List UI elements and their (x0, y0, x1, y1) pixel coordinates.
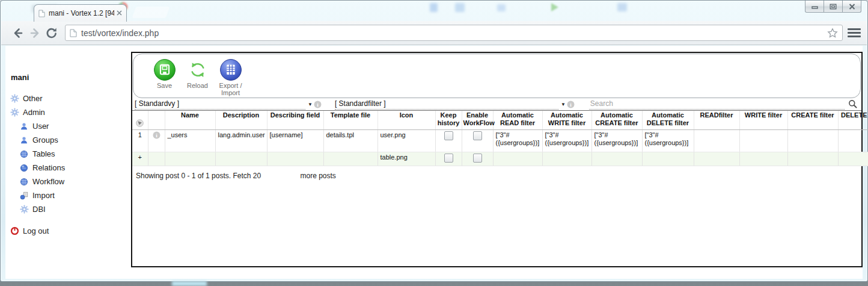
minimize-button[interactable] (805, 1, 824, 13)
column-header-delete-filter[interactable]: DELETE filter (838, 111, 868, 130)
forward-button[interactable] (26, 26, 43, 40)
cell-enable-workflow (462, 130, 493, 152)
cell-template-file[interactable] (323, 152, 377, 166)
maximize-button[interactable] (824, 1, 843, 13)
sidebar-item-logout[interactable]: Log out (10, 224, 127, 238)
sidebar: mani Other Admin User Groups (10, 73, 127, 238)
cog-icon (10, 108, 19, 117)
cell-icon[interactable]: user.png (377, 130, 435, 152)
export-import-button[interactable]: Export / Import (214, 58, 247, 98)
save-label: Save (157, 82, 172, 89)
cell-auto-write-filter[interactable] (542, 152, 591, 166)
column-header-auto-write[interactable]: Automatic WRITE filter (542, 111, 591, 130)
cell-name[interactable] (165, 152, 215, 166)
cell-write-filter[interactable] (739, 130, 787, 152)
row-number[interactable]: 1 (132, 130, 148, 152)
sidebar-item-user[interactable]: User (19, 119, 127, 133)
column-header-icon[interactable]: Icon (377, 111, 435, 130)
menu-icon[interactable] (848, 28, 861, 37)
keep-history-checkbox[interactable] (444, 131, 453, 140)
bookmark-star-icon[interactable] (827, 28, 838, 39)
close-button[interactable] (842, 1, 861, 13)
header-row: Name Description Describing field Templa… (132, 111, 868, 130)
view-select[interactable]: [ Standardvy ] (135, 99, 305, 110)
cell-icon[interactable]: table.png (377, 152, 435, 166)
cell-description[interactable]: lang.admin.user (215, 130, 267, 152)
browser-tab[interactable]: mani - Vortex 1.2 [945] (34, 4, 127, 22)
column-header-create-filter[interactable]: CREATE filter (787, 111, 838, 130)
enable-workflow-checkbox[interactable] (473, 154, 482, 163)
cell-create-filter[interactable] (787, 152, 838, 166)
reload-button[interactable] (43, 26, 60, 40)
chevron-down-icon[interactable]: ▼ (308, 102, 313, 107)
search-icon[interactable] (848, 99, 858, 109)
select-all-header[interactable] (132, 111, 148, 130)
save-button[interactable]: Save (148, 58, 181, 98)
cell-describing-field[interactable] (267, 152, 323, 166)
cell-delete-filter[interactable] (838, 130, 868, 152)
sidebar-item-other[interactable]: Other (10, 92, 127, 105)
row-info-cell (148, 152, 165, 166)
column-header-auto-read[interactable]: Automatic READ filter (493, 111, 542, 130)
sidebar-item-import[interactable]: Import (19, 188, 127, 202)
sidebar-title: mani (11, 73, 127, 82)
column-header-enable-workflow[interactable]: Enable WorkFlow (462, 111, 493, 130)
cell-auto-read-filter[interactable] (493, 152, 542, 166)
column-header-write-filter[interactable]: WRITE filter (739, 111, 787, 130)
filter-row: [ Standardvy ] ▼ i [ Standardfilter ] ▼ … (132, 98, 861, 111)
cell-auto-read-filter[interactable]: ["3"# ({usergroups})] (493, 130, 542, 152)
url-bar[interactable]: test/vortex/index.php (65, 25, 843, 41)
cell-write-filter[interactable] (739, 152, 787, 166)
sidebar-item-admin[interactable]: Admin (10, 105, 127, 119)
column-header-template-file[interactable]: Template file (323, 111, 377, 130)
column-header-read-filter[interactable]: READfilter (694, 111, 739, 130)
cell-describing-field[interactable]: [username] (267, 130, 323, 152)
chevron-down-icon[interactable]: ▼ (561, 102, 566, 107)
user-icon (19, 136, 29, 145)
column-header-keep-history[interactable]: Keep history (435, 111, 462, 130)
cell-template-file[interactable]: details.tpl (323, 130, 377, 152)
column-header[interactable] (148, 111, 165, 130)
more-posts-link[interactable]: more posts (300, 172, 335, 180)
sidebar-item-relations[interactable]: Relations (19, 161, 127, 175)
filter-select[interactable]: [ Standardfilter ] (335, 99, 558, 110)
cell-auto-create-filter[interactable]: ["3"# ({usergroups})] (591, 130, 642, 152)
info-icon[interactable]: i (567, 101, 575, 108)
search-input[interactable] (589, 99, 845, 108)
cell-description[interactable] (215, 152, 267, 166)
sidebar-item-label: DBI (32, 205, 46, 214)
cell-delete-filter[interactable] (838, 152, 868, 166)
sidebar-item-label: User (32, 122, 49, 131)
column-header-auto-delete[interactable]: Automatic DELETE filter (642, 111, 694, 130)
keep-history-checkbox[interactable] (444, 154, 453, 163)
user-icon (19, 122, 29, 131)
cell-auto-create-filter[interactable] (591, 152, 642, 166)
sidebar-item-workflow[interactable]: Workflow (19, 175, 127, 188)
column-header-description[interactable]: Description (215, 111, 267, 130)
sidebar-item-dbi[interactable]: DBI (19, 202, 127, 216)
cell-read-filter[interactable] (694, 130, 739, 152)
enable-workflow-checkbox[interactable] (473, 131, 482, 140)
search-field (589, 99, 845, 110)
cell-create-filter[interactable] (787, 130, 838, 152)
cell-auto-delete-filter[interactable]: ["3"# ({usergroups})] (642, 130, 694, 152)
sidebar-item-label: Tables (32, 149, 55, 158)
column-header-auto-create[interactable]: Automatic CREATE filter (591, 111, 642, 130)
cell-name[interactable]: _users (165, 130, 215, 152)
cell-auto-delete-filter[interactable] (642, 152, 694, 166)
info-icon[interactable]: i (314, 101, 322, 108)
new-tab-button[interactable] (132, 7, 170, 18)
table-row: 1 i _users lang.admin.user [username] de… (132, 130, 868, 152)
reload-grid-button[interactable]: Reload (181, 58, 214, 98)
tab-close-icon[interactable] (117, 10, 122, 17)
sidebar-item-tables[interactable]: Tables (19, 147, 127, 161)
info-icon[interactable]: i (153, 131, 160, 139)
cell-read-filter[interactable] (694, 152, 739, 166)
sidebar-item-groups[interactable]: Groups (19, 133, 127, 147)
add-row-button[interactable]: + (132, 152, 148, 166)
column-header-describing-field[interactable]: Describing field (267, 111, 323, 130)
column-header-name[interactable]: Name (165, 111, 215, 130)
cell-auto-write-filter[interactable]: ["3"# ({usergroups})] (542, 130, 591, 152)
back-button[interactable] (10, 26, 26, 40)
export-import-label: Export / Import (219, 82, 242, 96)
